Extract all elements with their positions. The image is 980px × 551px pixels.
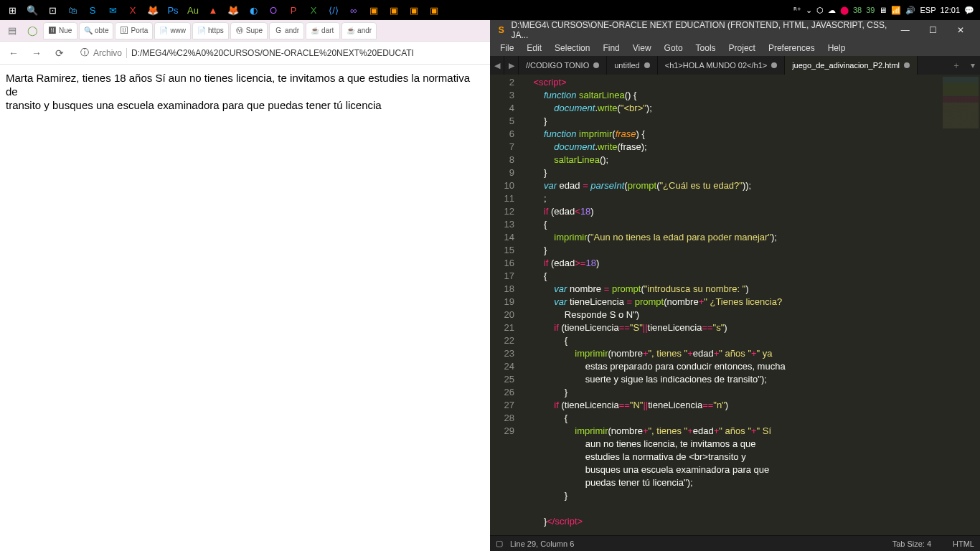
browser-tab[interactable]: 🔍obte xyxy=(79,22,113,39)
line-gutter: 2345678910111213141516171819202122232425… xyxy=(490,75,519,535)
tray-icon[interactable]: ⬤ xyxy=(840,6,849,15)
editor-tab[interactable]: untitled xyxy=(607,56,657,75)
browser-tab[interactable]: 📄www xyxy=(154,22,191,39)
editor-tab[interactable]: juego_de_adivinacion_P2.html xyxy=(785,56,918,75)
window-title: D:\MEG4\ CURSOS\ONE-ORACLE NEXT EDUCATIO… xyxy=(511,20,891,40)
taskbar-app-vs[interactable]: ∞ xyxy=(344,3,363,17)
home-icon[interactable]: ◯ xyxy=(23,24,42,38)
menu-project[interactable]: Project xyxy=(723,42,761,55)
dirty-indicator-icon xyxy=(771,62,777,68)
browser-tab[interactable]: 📄https xyxy=(192,22,229,39)
tab-label: Porta xyxy=(131,27,148,34)
panel-toggle-icon[interactable]: ▢ xyxy=(496,539,503,548)
menu-goto[interactable]: Goto xyxy=(659,42,689,55)
taskbar-app-search[interactable]: 🔍 xyxy=(23,3,42,17)
taskbar-app-edge[interactable]: ◐ xyxy=(244,3,263,17)
tab-label: untitled xyxy=(614,61,639,70)
tab-size[interactable]: Tab Size: 4 xyxy=(892,540,931,548)
taskbar-app-brave[interactable]: ▲ xyxy=(204,3,222,17)
people-icon[interactable]: ᴿ⁺ xyxy=(793,6,801,15)
sidebar-toggle-icon[interactable]: ▤ xyxy=(3,24,22,38)
taskbar-app-fm3[interactable]: ▣ xyxy=(425,3,443,17)
code-area[interactable]: <script> function saltarLinea() { docume… xyxy=(519,75,937,535)
tab-nav-left[interactable]: ◀ xyxy=(490,56,504,75)
taskbar-app-win[interactable]: ⊞ xyxy=(3,3,22,17)
minimap[interactable] xyxy=(937,75,980,535)
maximize-button[interactable]: ☐ xyxy=(919,20,946,40)
taskbar-app-tasks[interactable]: ⊡ xyxy=(43,3,62,17)
tab-label: andr xyxy=(285,27,299,34)
forward-button[interactable]: → xyxy=(29,45,44,61)
favicon: Ⓜ xyxy=(235,27,244,35)
editor-tab[interactable]: <h1>HOLA MUNDO 02</h1> xyxy=(658,56,785,75)
menu-selection[interactable]: Selection xyxy=(549,42,595,55)
page-text-line: Marta Ramirez, tienes 18 años Sí aun no … xyxy=(6,72,484,99)
taskbar-app-au[interactable]: Au xyxy=(184,3,202,17)
taskbar-app-fm1[interactable]: ▣ xyxy=(385,3,403,17)
editor-tabbar: ◀ ▶ //CODIGO TONIOuntitled<h1>HOLA MUNDO… xyxy=(490,56,980,75)
clock[interactable]: 12:01 xyxy=(940,6,960,14)
back-button[interactable]: ← xyxy=(6,45,22,61)
tray-icon[interactable]: ⬡ xyxy=(816,6,824,15)
dirty-indicator-icon xyxy=(593,62,599,68)
taskbar-app-firefox[interactable]: 🦊 xyxy=(224,3,242,17)
minimize-button[interactable]: — xyxy=(892,20,919,40)
taskbar-app-ps[interactable]: Ps xyxy=(164,3,182,17)
taskbar-app-skype[interactable]: S xyxy=(83,3,102,17)
new-tab-button[interactable]: ＋ xyxy=(952,60,961,72)
taskbar-app-xl[interactable]: X xyxy=(304,3,323,17)
menubar: FileEditSelectionFindViewGotoToolsProjec… xyxy=(490,40,980,56)
browser-tab[interactable]: Gandr xyxy=(269,22,304,39)
close-button[interactable]: ✕ xyxy=(947,20,974,40)
tab-label: <h1>HOLA MUNDO 02</h1> xyxy=(665,61,767,70)
editor-tab[interactable]: //CODIGO TONIO xyxy=(519,56,607,75)
syntax-mode[interactable]: HTML xyxy=(953,540,974,548)
menu-tools[interactable]: Tools xyxy=(690,42,722,55)
favicon: ☕ xyxy=(347,27,355,35)
taskbar-app-opera[interactable]: O xyxy=(264,3,283,17)
menu-file[interactable]: File xyxy=(494,42,519,55)
wifi-icon[interactable]: 📶 xyxy=(891,6,901,15)
favicon: 🅽 xyxy=(48,27,57,35)
favicon: ☕ xyxy=(311,27,319,35)
taskbar-app-store[interactable]: 🛍 xyxy=(63,3,82,17)
dirty-indicator-icon xyxy=(904,62,910,68)
favicon: 🅄 xyxy=(120,27,128,35)
windows-taskbar: ⊞🔍⊡🛍S✉X🦊PsAu▲🦊◐OPX⟨/⟩∞▣▣▣▣ ᴿ⁺ ⌄ ⬡ ☁ ⬤ 38… xyxy=(0,0,980,20)
sound-icon[interactable]: 🔊 xyxy=(905,6,915,15)
taskbar-app-mail[interactable]: ✉ xyxy=(103,3,122,17)
taskbar-tray: ᴿ⁺ ⌄ ⬡ ☁ ⬤ 38 39 🖥 📶 🔊 ESP 12:01 💬 xyxy=(793,6,980,15)
browser-window: ▤ ◯ 🅽Nue🔍obte🅄Porta📄www📄httpsⓂSupeGandr☕… xyxy=(0,20,490,551)
chevron-down-icon[interactable]: ⌄ xyxy=(806,6,812,15)
tab-nav-right[interactable]: ▶ xyxy=(504,56,519,75)
site-info-icon[interactable]: ⓘ xyxy=(80,47,89,59)
taskbar-app-bee[interactable]: 🦊 xyxy=(143,3,162,17)
taskbar-app-term[interactable]: ▣ xyxy=(364,3,383,17)
display-icon[interactable]: 🖥 xyxy=(879,6,887,14)
browser-tab[interactable]: 🅽Nue xyxy=(43,22,77,39)
taskbar-app-vsc[interactable]: ⟨/⟩ xyxy=(324,3,343,17)
menu-help[interactable]: Help xyxy=(822,42,852,55)
tab-label: Supe xyxy=(246,27,263,34)
tab-menu-button[interactable]: ▾ xyxy=(971,60,975,70)
browser-tab[interactable]: ☕dart xyxy=(306,22,340,39)
browser-tabstrip: ▤ ◯ 🅽Nue🔍obte🅄Porta📄www📄httpsⓂSupeGandr☕… xyxy=(0,20,490,42)
menu-preferences[interactable]: Preferences xyxy=(763,42,821,55)
taskbar-app-x[interactable]: X xyxy=(123,3,142,17)
taskbar-app-fm2[interactable]: ▣ xyxy=(405,3,423,17)
menu-edit[interactable]: Edit xyxy=(521,42,547,55)
ime-indicator[interactable]: ESP xyxy=(920,6,936,14)
statusbar: ▢ Line 29, Column 6 Tab Size: 4 HTML xyxy=(490,535,980,551)
reload-button[interactable]: ⟳ xyxy=(52,45,67,61)
browser-tab[interactable]: ☕andr xyxy=(341,22,377,39)
browser-tab[interactable]: 🅄Porta xyxy=(115,22,153,39)
tab-label: Nue xyxy=(59,27,72,34)
menu-view[interactable]: View xyxy=(627,42,657,55)
menu-find[interactable]: Find xyxy=(597,42,625,55)
browser-tab[interactable]: ⓂSupe xyxy=(230,22,268,39)
taskbar-app-pp[interactable]: P xyxy=(284,3,303,17)
notifications-icon[interactable]: 💬 xyxy=(964,6,974,15)
address-bar[interactable]: ⓘ Archivo D:/MEG4/%C2%A0%20CURSOS/ONE-OR… xyxy=(75,45,484,60)
sublime-window: S D:\MEG4\ CURSOS\ONE-ORACLE NEXT EDUCAT… xyxy=(490,20,980,551)
tray-icon[interactable]: ☁ xyxy=(828,6,836,15)
